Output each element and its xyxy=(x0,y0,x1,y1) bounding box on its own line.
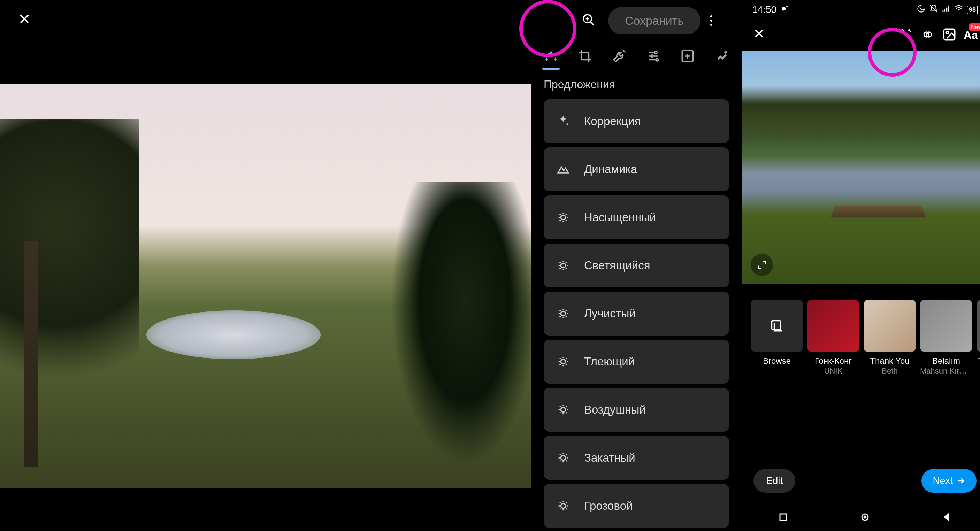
filter-icon xyxy=(556,210,570,225)
filter-icon xyxy=(556,499,570,513)
suggestion-label: Светящийся xyxy=(584,259,650,272)
track-title: Tal xyxy=(978,356,980,366)
recording-icon xyxy=(779,4,788,16)
sparkle-icon xyxy=(556,114,570,129)
filter-icon xyxy=(556,355,570,369)
track-title: Belalım xyxy=(932,356,960,366)
album-cover xyxy=(807,300,859,352)
tab-filters[interactable] xyxy=(680,42,695,72)
editor-topbar: Сохранить xyxy=(0,0,741,41)
music-track[interactable]: Tal xyxy=(977,300,980,375)
svg-point-6 xyxy=(561,263,565,267)
suggestion-label: Динамика xyxy=(584,163,637,176)
track-artist: UNIK xyxy=(824,367,843,375)
android-navbar xyxy=(742,503,980,531)
status-bar: 14:50 98 xyxy=(742,0,980,19)
suggestion-item[interactable]: Грозовой xyxy=(544,484,729,528)
close-button[interactable] xyxy=(752,27,766,44)
tab-markup[interactable] xyxy=(714,42,729,72)
suggestion-label: Воздушный xyxy=(584,403,646,417)
suggestion-label: Коррекция xyxy=(584,114,641,128)
svg-point-10 xyxy=(561,455,565,460)
svg-point-9 xyxy=(561,407,565,412)
svg-point-7 xyxy=(561,311,565,316)
close-button[interactable] xyxy=(17,11,32,30)
tab-suggestions[interactable] xyxy=(544,42,558,72)
tool-tabs xyxy=(531,41,741,73)
svg-point-8 xyxy=(561,359,565,364)
text-tool[interactable]: Aa New xyxy=(964,29,978,42)
suggestions-panel: Предложения Коррекция Динамика Насыщенны… xyxy=(531,41,741,531)
expand-icon[interactable] xyxy=(751,254,773,276)
photo-preview[interactable] xyxy=(0,41,531,531)
album-cover xyxy=(864,300,916,352)
story-photo-preview[interactable] xyxy=(742,51,980,284)
svg-point-19 xyxy=(864,516,866,518)
zoom-icon[interactable] xyxy=(582,13,596,28)
edit-button[interactable]: Edit xyxy=(754,469,795,493)
svg-point-2 xyxy=(651,55,654,57)
svg-point-11 xyxy=(561,504,565,508)
story-topbar: Aa New xyxy=(742,19,980,51)
nav-back-icon[interactable] xyxy=(940,511,953,523)
next-button[interactable]: Next xyxy=(921,469,977,493)
svg-rect-16 xyxy=(772,321,781,330)
tab-tools[interactable] xyxy=(612,42,627,72)
effects-icon[interactable] xyxy=(899,27,913,43)
nav-recent-icon[interactable] xyxy=(777,511,789,523)
tab-crop[interactable] xyxy=(578,42,592,72)
suggestion-item[interactable]: Светящийся xyxy=(544,243,729,288)
panel-title: Предложения xyxy=(531,73,741,99)
track-title: Thank You xyxy=(870,356,909,366)
battery-icon: 98 xyxy=(967,6,978,14)
suggestion-item[interactable]: Динамика xyxy=(544,147,729,191)
music-track[interactable]: Thank You Beth xyxy=(864,300,916,375)
suggestion-item[interactable]: Лучистый xyxy=(544,292,729,335)
suggestion-label: Грозовой xyxy=(584,499,633,512)
sticker-icon[interactable] xyxy=(942,27,957,43)
svg-point-15 xyxy=(946,31,949,34)
track-artist: Mahsun Kırmı... xyxy=(920,367,972,375)
nav-home-icon[interactable] xyxy=(859,511,871,523)
music-track[interactable]: Гонк-Конг UNIK xyxy=(807,300,859,375)
suggestion-item[interactable]: Тлеющий xyxy=(544,340,729,384)
suggestion-item[interactable]: Воздушный xyxy=(544,388,729,432)
browse-icon xyxy=(751,300,803,352)
suggestion-label: Лучистый xyxy=(584,307,636,320)
filter-icon xyxy=(556,306,570,321)
tab-adjust[interactable] xyxy=(646,42,661,72)
suggestion-label: Закатный xyxy=(584,451,635,464)
wifi-icon xyxy=(954,4,963,16)
svg-point-5 xyxy=(561,215,565,219)
new-badge: New xyxy=(969,23,980,31)
suggestion-item[interactable]: Насыщенный xyxy=(544,196,729,239)
svg-point-1 xyxy=(655,51,657,54)
status-time: 14:50 xyxy=(752,4,776,15)
music-track[interactable]: Belalım Mahsun Kırmı... xyxy=(920,300,972,375)
svg-rect-17 xyxy=(780,514,786,520)
filter-icon xyxy=(556,402,570,417)
track-artist: Beth xyxy=(882,367,897,375)
svg-point-13 xyxy=(786,6,788,7)
more-menu-icon[interactable] xyxy=(710,15,712,26)
save-button[interactable]: Сохранить xyxy=(608,7,700,35)
mute-icon xyxy=(929,4,938,16)
album-cover xyxy=(920,300,972,352)
suggestions-list: Коррекция Динамика Насыщенный Светящийся… xyxy=(531,99,741,528)
infinity-icon[interactable] xyxy=(920,27,935,43)
music-label: Browse xyxy=(763,356,791,366)
suggestion-item[interactable]: Коррекция xyxy=(544,99,729,143)
suggestion-label: Тлеющий xyxy=(584,355,635,368)
album-cover xyxy=(977,300,980,352)
dynamic-icon xyxy=(556,162,570,176)
svg-point-3 xyxy=(656,59,658,61)
track-title: Гонк-Конг xyxy=(815,356,852,366)
music-carousel[interactable]: Browse Гонк-Конг UNIK Thank You Beth Bel… xyxy=(742,284,980,375)
signal-icon xyxy=(942,4,951,16)
bottom-actions: Edit Next xyxy=(742,469,980,493)
music-browse[interactable]: Browse xyxy=(751,300,803,375)
filter-icon xyxy=(556,258,570,273)
dnd-icon xyxy=(916,4,926,16)
filter-icon xyxy=(556,450,570,465)
suggestion-item[interactable]: Закатный xyxy=(544,436,729,480)
